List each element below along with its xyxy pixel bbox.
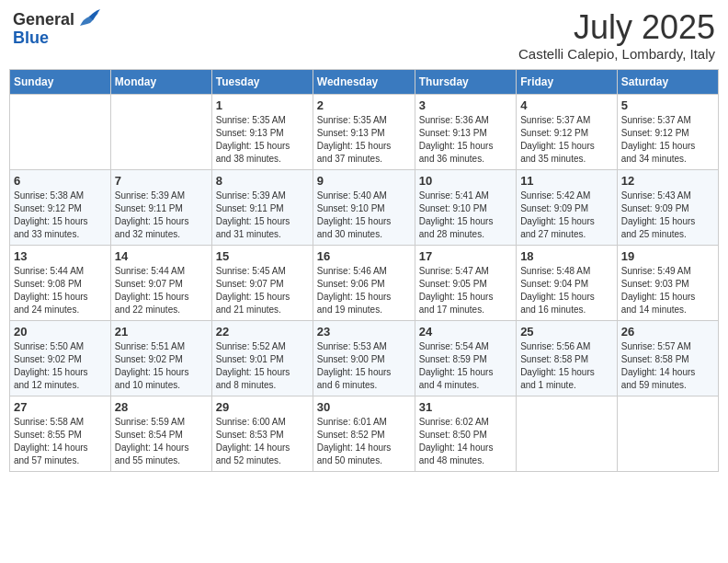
day-number: 14 (115, 249, 208, 263)
day-info: Sunrise: 6:02 AM Sunset: 8:50 PM Dayligh… (419, 416, 512, 467)
day-number: 18 (520, 249, 613, 263)
column-header-tuesday: Tuesday (211, 69, 313, 94)
day-info: Sunrise: 5:48 AM Sunset: 9:04 PM Dayligh… (520, 265, 613, 316)
calendar-cell: 25Sunrise: 5:56 AM Sunset: 8:58 PM Dayli… (517, 320, 618, 396)
day-number: 26 (621, 325, 714, 339)
day-info: Sunrise: 5:39 AM Sunset: 9:11 PM Dayligh… (216, 190, 309, 241)
calendar-cell (10, 94, 111, 169)
column-header-monday: Monday (110, 69, 211, 94)
calendar-cell: 8Sunrise: 5:39 AM Sunset: 9:11 PM Daylig… (211, 169, 313, 245)
day-info: Sunrise: 5:36 AM Sunset: 9:13 PM Dayligh… (419, 114, 512, 166)
day-info: Sunrise: 5:44 AM Sunset: 9:07 PM Dayligh… (115, 265, 208, 316)
day-info: Sunrise: 5:58 AM Sunset: 8:55 PM Dayligh… (14, 416, 107, 467)
page-header: General Blue July 2025 Castelli Calepio,… (9, 9, 719, 62)
day-info: Sunrise: 6:01 AM Sunset: 8:52 PM Dayligh… (317, 416, 411, 467)
day-number: 23 (317, 325, 411, 339)
day-number: 27 (14, 400, 107, 414)
calendar-cell: 24Sunrise: 5:54 AM Sunset: 8:59 PM Dayli… (415, 320, 516, 396)
day-info: Sunrise: 5:49 AM Sunset: 9:03 PM Dayligh… (621, 265, 714, 316)
calendar-cell: 31Sunrise: 6:02 AM Sunset: 8:50 PM Dayli… (415, 396, 516, 471)
day-info: Sunrise: 5:54 AM Sunset: 8:59 PM Dayligh… (419, 340, 512, 392)
calendar-cell: 6Sunrise: 5:38 AM Sunset: 9:12 PM Daylig… (10, 169, 111, 245)
day-number: 19 (621, 249, 714, 263)
calendar-cell: 26Sunrise: 5:57 AM Sunset: 8:58 PM Dayli… (617, 320, 718, 396)
day-number: 11 (520, 174, 613, 188)
calendar-cell: 2Sunrise: 5:35 AM Sunset: 9:13 PM Daylig… (313, 94, 415, 169)
calendar-cell: 7Sunrise: 5:39 AM Sunset: 9:11 PM Daylig… (110, 169, 211, 245)
calendar-cell: 14Sunrise: 5:44 AM Sunset: 9:07 PM Dayli… (110, 245, 211, 320)
calendar-cell: 3Sunrise: 5:36 AM Sunset: 9:13 PM Daylig… (415, 94, 516, 169)
day-number: 25 (520, 325, 613, 339)
title-section: July 2025 Castelli Calepio, Lombardy, It… (518, 9, 715, 62)
calendar-cell: 5Sunrise: 5:37 AM Sunset: 9:12 PM Daylig… (617, 94, 718, 169)
day-info: Sunrise: 5:45 AM Sunset: 9:07 PM Dayligh… (216, 265, 309, 316)
location-title: Castelli Calepio, Lombardy, Italy (518, 46, 715, 62)
calendar-cell: 9Sunrise: 5:40 AM Sunset: 9:10 PM Daylig… (313, 169, 415, 245)
calendar-week-row: 1Sunrise: 5:35 AM Sunset: 9:13 PM Daylig… (10, 94, 719, 169)
calendar-cell: 18Sunrise: 5:48 AM Sunset: 9:04 PM Dayli… (517, 245, 618, 320)
day-info: Sunrise: 5:41 AM Sunset: 9:10 PM Dayligh… (419, 190, 512, 241)
logo-blue-text: Blue (13, 29, 49, 46)
day-number: 7 (115, 174, 208, 188)
column-header-friday: Friday (517, 69, 618, 94)
day-info: Sunrise: 5:51 AM Sunset: 9:02 PM Dayligh… (115, 340, 208, 392)
day-info: Sunrise: 6:00 AM Sunset: 8:53 PM Dayligh… (216, 416, 309, 467)
calendar-week-row: 20Sunrise: 5:50 AM Sunset: 9:02 PM Dayli… (10, 320, 719, 396)
day-number: 17 (419, 249, 512, 263)
day-number: 29 (216, 400, 309, 414)
day-number: 8 (216, 174, 309, 188)
day-number: 21 (115, 325, 208, 339)
calendar-cell: 21Sunrise: 5:51 AM Sunset: 9:02 PM Dayli… (110, 320, 211, 396)
logo-bird-icon (76, 9, 102, 29)
calendar-cell: 19Sunrise: 5:49 AM Sunset: 9:03 PM Dayli… (617, 245, 718, 320)
logo: General Blue (13, 9, 102, 46)
calendar-cell: 27Sunrise: 5:58 AM Sunset: 8:55 PM Dayli… (10, 396, 111, 471)
calendar-cell: 16Sunrise: 5:46 AM Sunset: 9:06 PM Dayli… (313, 245, 415, 320)
day-number: 3 (419, 98, 512, 112)
day-number: 20 (14, 325, 107, 339)
calendar-cell: 15Sunrise: 5:45 AM Sunset: 9:07 PM Dayli… (211, 245, 313, 320)
day-number: 13 (14, 249, 107, 263)
day-info: Sunrise: 5:43 AM Sunset: 9:09 PM Dayligh… (621, 190, 714, 241)
day-info: Sunrise: 5:57 AM Sunset: 8:58 PM Dayligh… (621, 340, 714, 392)
calendar-cell (110, 94, 211, 169)
calendar-cell: 22Sunrise: 5:52 AM Sunset: 9:01 PM Dayli… (211, 320, 313, 396)
calendar-cell (517, 396, 618, 471)
day-info: Sunrise: 5:37 AM Sunset: 9:12 PM Dayligh… (621, 114, 714, 166)
calendar-cell: 11Sunrise: 5:42 AM Sunset: 9:09 PM Dayli… (517, 169, 618, 245)
day-number: 10 (419, 174, 512, 188)
day-number: 28 (115, 400, 208, 414)
day-number: 16 (317, 249, 411, 263)
column-header-thursday: Thursday (415, 69, 516, 94)
calendar-cell (617, 396, 718, 471)
day-info: Sunrise: 5:35 AM Sunset: 9:13 PM Dayligh… (216, 114, 309, 166)
day-number: 30 (317, 400, 411, 414)
day-info: Sunrise: 5:40 AM Sunset: 9:10 PM Dayligh… (317, 190, 411, 241)
day-number: 24 (419, 325, 512, 339)
calendar-week-row: 13Sunrise: 5:44 AM Sunset: 9:08 PM Dayli… (10, 245, 719, 320)
column-header-sunday: Sunday (10, 69, 111, 94)
calendar-cell: 29Sunrise: 6:00 AM Sunset: 8:53 PM Dayli… (211, 396, 313, 471)
day-info: Sunrise: 5:35 AM Sunset: 9:13 PM Dayligh… (317, 114, 411, 166)
day-number: 4 (520, 98, 613, 112)
day-info: Sunrise: 5:59 AM Sunset: 8:54 PM Dayligh… (115, 416, 208, 467)
calendar-cell: 17Sunrise: 5:47 AM Sunset: 9:05 PM Dayli… (415, 245, 516, 320)
calendar-cell: 4Sunrise: 5:37 AM Sunset: 9:12 PM Daylig… (517, 94, 618, 169)
calendar-week-row: 27Sunrise: 5:58 AM Sunset: 8:55 PM Dayli… (10, 396, 719, 471)
day-info: Sunrise: 5:42 AM Sunset: 9:09 PM Dayligh… (520, 190, 613, 241)
calendar-cell: 23Sunrise: 5:53 AM Sunset: 9:00 PM Dayli… (313, 320, 415, 396)
calendar-cell: 10Sunrise: 5:41 AM Sunset: 9:10 PM Dayli… (415, 169, 516, 245)
column-header-saturday: Saturday (617, 69, 718, 94)
day-number: 5 (621, 98, 714, 112)
day-number: 9 (317, 174, 411, 188)
calendar-cell: 12Sunrise: 5:43 AM Sunset: 9:09 PM Dayli… (617, 169, 718, 245)
calendar-header-row: SundayMondayTuesdayWednesdayThursdayFrid… (10, 69, 719, 94)
day-info: Sunrise: 5:44 AM Sunset: 9:08 PM Dayligh… (14, 265, 107, 316)
calendar-table: SundayMondayTuesdayWednesdayThursdayFrid… (9, 69, 719, 472)
calendar-cell: 28Sunrise: 5:59 AM Sunset: 8:54 PM Dayli… (110, 396, 211, 471)
day-info: Sunrise: 5:47 AM Sunset: 9:05 PM Dayligh… (419, 265, 512, 316)
day-info: Sunrise: 5:38 AM Sunset: 9:12 PM Dayligh… (14, 190, 107, 241)
day-info: Sunrise: 5:52 AM Sunset: 9:01 PM Dayligh… (216, 340, 309, 392)
calendar-cell: 13Sunrise: 5:44 AM Sunset: 9:08 PM Dayli… (10, 245, 111, 320)
day-number: 12 (621, 174, 714, 188)
